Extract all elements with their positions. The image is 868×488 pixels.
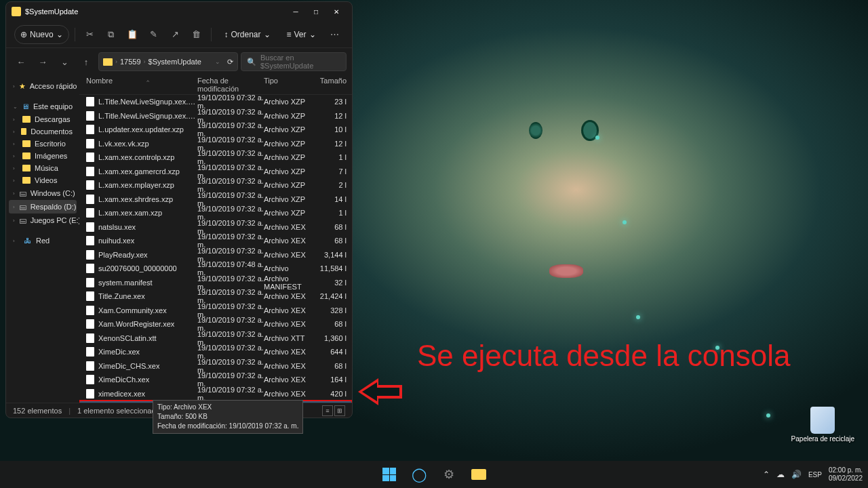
sidebar: ›★Acceso rápido ⌄🖥Este equipo ›Descargas… [6, 75, 79, 403]
sidebar-network[interactable]: ›🖧Red [9, 234, 77, 247]
file-icon [86, 250, 94, 260]
tray-volume-icon[interactable]: 🔊 [791, 470, 802, 479]
taskbar[interactable]: ◯ ⚙ ⌃ ☁ 🔊 ESP 02:00 p. m. 09/02/2022 [0, 461, 868, 488]
taskbar-app-settings[interactable]: ⚙ [436, 462, 462, 487]
table-row[interactable]: L.xam.xex.shrdres.xzp19/10/2019 07:32 a.… [79, 192, 352, 207]
file-icon [86, 361, 94, 371]
tray-language-icon[interactable]: ESP [808, 471, 822, 479]
sidebar-desktop[interactable]: ›Escritorio [9, 138, 77, 150]
recycle-bin[interactable]: Papelera de reciclaje [791, 407, 854, 443]
file-icon [86, 278, 94, 287]
file-icon [86, 319, 94, 329]
table-row[interactable]: L.xam.xex.gamercrd.xzp19/10/2019 07:32 a… [79, 165, 352, 179]
sidebar-videos[interactable]: ›Videos [9, 174, 77, 186]
table-row[interactable]: su20076000_0000000019/10/2019 07:48 a. m… [79, 262, 352, 276]
navigation-bar: ← → ⌄ ↑ › 17559 › $SystemUpdate ⌄ ⟳ 🔍 Bu… [6, 48, 352, 75]
minimize-button[interactable]: ─ [285, 2, 306, 21]
up-button[interactable]: ↑ [77, 52, 96, 71]
file-icon [86, 208, 94, 218]
table-row[interactable]: system.manifest19/10/2019 07:32 a. m.Arc… [79, 276, 352, 290]
table-row[interactable]: Xam.WordRegister.xex19/10/2019 07:32 a. … [79, 317, 352, 331]
forward-button[interactable]: → [33, 52, 52, 71]
column-headers[interactable]: Nombre^ Fecha de modificación Tipo Tamañ… [79, 75, 352, 95]
view-grid-icon[interactable]: ⊞ [334, 405, 345, 416]
toolbar: ⊕ Nuevo ⌄ ✂ ⧉ 📋 ✎ ↗ 🗑 ↕ Ordenar ⌄ ≡ Ver … [6, 21, 352, 48]
rename-icon[interactable]: ✎ [144, 25, 163, 44]
table-row[interactable]: natslsu.xex19/10/2019 07:32 a. m.Archivo… [79, 220, 352, 235]
cut-icon[interactable]: ✂ [81, 25, 99, 44]
taskbar-app-explorer[interactable] [466, 462, 492, 487]
table-row[interactable]: PlayReady.xex19/10/2019 07:32 a. m.Archi… [79, 248, 352, 262]
tray-chevron-icon[interactable]: ⌃ [763, 470, 770, 479]
sidebar-this-pc[interactable]: ⌄🖥Este equipo [9, 100, 77, 113]
sidebar-pictures[interactable]: ›Imágenes [9, 150, 77, 162]
table-row[interactable]: XimeDicCh.xex19/10/2019 07:32 a. m.Archi… [79, 373, 352, 387]
file-icon [86, 152, 94, 162]
annotation-text: Se ejecuta desde la consola [417, 339, 790, 373]
file-icon [86, 236, 94, 245]
sidebar-music[interactable]: ›Música [9, 162, 77, 174]
tray-clock[interactable]: 02:00 p. m. 09/02/2022 [829, 466, 863, 483]
address-bar[interactable]: › 17559 › $SystemUpdate ⌄ ⟳ [98, 52, 238, 71]
start-button[interactable] [376, 462, 402, 487]
sidebar-quick-access[interactable]: ›★Acceso rápido [9, 79, 77, 93]
tray-onedrive-icon[interactable]: ☁ [776, 470, 785, 479]
file-icon [86, 125, 94, 134]
file-icon [86, 347, 94, 357]
table-row[interactable]: L.xam.xex.xam.xzp19/10/2019 07:32 a. m.A… [79, 206, 352, 220]
system-tray[interactable]: ⌃ ☁ 🔊 ESP 02:00 p. m. 09/02/2022 [763, 466, 863, 483]
file-icon [86, 333, 94, 343]
window-title: $SystemUpdate [25, 7, 78, 16]
sidebar-drive-c[interactable]: ›🖴Windows (C:) [9, 186, 77, 200]
file-icon [86, 264, 94, 273]
table-row[interactable]: XimeDic.xex19/10/2019 07:32 a. m.Archivo… [79, 345, 352, 359]
table-row[interactable]: L.Title.NewLiveSignup.xex.vkmedia.xzp19/… [79, 109, 352, 123]
delete-icon[interactable]: 🗑 [187, 25, 205, 44]
sidebar-downloads[interactable]: ›Descargas [9, 113, 77, 125]
table-row[interactable]: L.Title.NewLiveSignup.xex.media2.xzp19/1… [79, 95, 352, 109]
share-icon[interactable]: ↗ [166, 25, 184, 44]
breadcrumb-current[interactable]: $SystemUpdate [149, 58, 201, 66]
table-row[interactable]: ximedicex.xex19/10/2019 07:32 a. m.Archi… [79, 387, 352, 401]
new-button[interactable]: ⊕ Nuevo ⌄ [14, 25, 69, 44]
file-icon [86, 139, 94, 148]
search-icon: 🔍 [247, 58, 256, 66]
table-row[interactable]: nuihud.xex19/10/2019 07:32 a. m.Archivo … [79, 234, 352, 248]
refresh-icon[interactable]: ⟳ [227, 58, 233, 66]
table-row[interactable]: L.vk.xex.vk.xzp19/10/2019 07:32 a. m.Arc… [79, 137, 352, 151]
maximize-button[interactable]: □ [306, 2, 326, 21]
folder-icon [103, 58, 113, 66]
titlebar[interactable]: $SystemUpdate ─ □ ✕ [6, 2, 352, 21]
table-row[interactable]: L.updater.xex.updater.xzp19/10/2019 07:3… [79, 123, 352, 137]
file-icon [86, 222, 94, 232]
view-list-icon[interactable]: ≡ [322, 405, 333, 416]
file-icon [86, 97, 94, 106]
file-icon [86, 195, 94, 204]
search-input[interactable]: 🔍 Buscar en $SystemUpdate [241, 52, 347, 71]
table-row[interactable]: Xam.Community.xex19/10/2019 07:32 a. m.A… [79, 304, 352, 318]
table-row[interactable]: Title.Zune.xex19/10/2019 07:32 a. m.Arch… [79, 289, 352, 304]
paste-icon[interactable]: 📋 [123, 25, 142, 44]
table-row[interactable]: L.xam.xex.controlp.xzp19/10/2019 07:32 a… [79, 150, 352, 165]
sidebar-drive-d[interactable]: ›🖴Respaldo (D:) [9, 200, 77, 214]
more-icon[interactable]: ⋯ [326, 25, 344, 44]
back-button[interactable]: ← [12, 52, 31, 71]
sort-button[interactable]: ↕ Ordenar ⌄ [217, 25, 277, 44]
sidebar-drive-e[interactable]: ›🖴Juegos PC (E:) [9, 214, 77, 227]
view-button[interactable]: ≡ Ver ⌄ [280, 25, 323, 44]
file-tooltip: Tipo: Archivo XEX Tamaño: 500 KB Fecha d… [153, 400, 303, 434]
close-button[interactable]: ✕ [326, 2, 347, 21]
taskbar-app-cortana[interactable]: ◯ [406, 462, 432, 487]
file-icon [86, 291, 94, 301]
table-row[interactable]: L.xam.xex.mplayer.xzp19/10/2019 07:32 a.… [79, 178, 352, 192]
sidebar-documents[interactable]: ›Documentos [9, 125, 77, 138]
copy-icon[interactable]: ⧉ [102, 25, 120, 44]
recent-button[interactable]: ⌄ [55, 52, 74, 71]
breadcrumb-parent[interactable]: 17559 [120, 58, 141, 66]
file-icon [86, 167, 94, 176]
table-row[interactable]: XimeDic_CHS.xex19/10/2019 07:32 a. m.Arc… [79, 359, 352, 373]
file-explorer-window: $SystemUpdate ─ □ ✕ ⊕ Nuevo ⌄ ✂ ⧉ 📋 ✎ ↗ … [5, 1, 353, 418]
table-row[interactable]: XenonSCLatin.xtt19/10/2019 07:32 a. m.Ar… [79, 331, 352, 346]
annotation-arrow [358, 378, 406, 405]
file-rows[interactable]: L.Title.NewLiveSignup.xex.media2.xzp19/1… [79, 95, 352, 403]
